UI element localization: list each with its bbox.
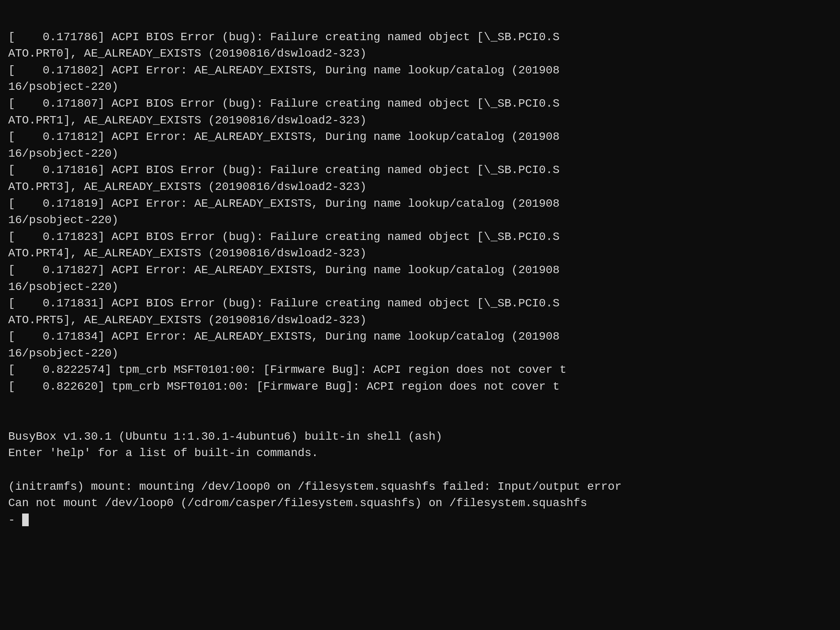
terminal-line: [ 0.171819] ACPI Error: AE_ALREADY_EXIST…	[8, 196, 832, 212]
terminal-line: ATO.PRT3], AE_ALREADY_EXISTS (20190816/d…	[8, 179, 832, 196]
terminal-line: 16/psobject-220)	[8, 212, 832, 229]
terminal-line: ATO.PRT5], AE_ALREADY_EXISTS (20190816/d…	[8, 312, 832, 329]
terminal-line: [ 0.171831] ACPI BIOS Error (bug): Failu…	[8, 295, 832, 312]
terminal-line: [ 0.171812] ACPI Error: AE_ALREADY_EXIST…	[8, 129, 832, 146]
terminal-line: [ 0.8222574] tpm_crb MSFT0101:00: [Firmw…	[8, 362, 832, 379]
terminal-line: Enter 'help' for a list of built-in comm…	[8, 445, 832, 462]
terminal-line: [ 0.822620] tpm_crb MSFT0101:00: [Firmwa…	[8, 379, 832, 395]
terminal-line: BusyBox v1.30.1 (Ubuntu 1:1.30.1-4ubuntu…	[8, 429, 832, 445]
terminal-line	[8, 395, 832, 412]
terminal-line: ATO.PRT4], AE_ALREADY_EXISTS (20190816/d…	[8, 245, 832, 262]
terminal-screen: [ 0.171786] ACPI BIOS Error (bug): Failu…	[0, 0, 840, 630]
terminal-line	[8, 412, 832, 429]
terminal-line: [ 0.171823] ACPI BIOS Error (bug): Failu…	[8, 229, 832, 246]
terminal-line: Can not mount /dev/loop0 (/cdrom/casper/…	[8, 495, 832, 512]
terminal-line: [ 0.171816] ACPI BIOS Error (bug): Failu…	[8, 162, 832, 179]
terminal-line: (initramfs) mount: mounting /dev/loop0 o…	[8, 479, 832, 495]
terminal-line: 16/psobject-220)	[8, 79, 832, 96]
terminal-line: [ 0.171807] ACPI BIOS Error (bug): Failu…	[8, 96, 832, 112]
terminal-line: [ 0.171827] ACPI Error: AE_ALREADY_EXIST…	[8, 262, 832, 279]
terminal-cursor	[22, 514, 29, 526]
terminal-line: 16/psobject-220)	[8, 279, 832, 296]
terminal-line: [ 0.171802] ACPI Error: AE_ALREADY_EXIST…	[8, 62, 832, 79]
terminal-line: 16/psobject-220)	[8, 146, 832, 162]
terminal-line: ATO.PRT0], AE_ALREADY_EXISTS (20190816/d…	[8, 46, 832, 62]
terminal-line: 16/psobject-220)	[8, 345, 832, 362]
terminal-line: [ 0.171786] ACPI BIOS Error (bug): Failu…	[8, 29, 832, 46]
terminal-line	[8, 462, 832, 479]
terminal-line: ATO.PRT1], AE_ALREADY_EXISTS (20190816/d…	[8, 112, 832, 129]
terminal-line: -	[8, 512, 832, 529]
terminal-line: [ 0.171834] ACPI Error: AE_ALREADY_EXIST…	[8, 329, 832, 345]
